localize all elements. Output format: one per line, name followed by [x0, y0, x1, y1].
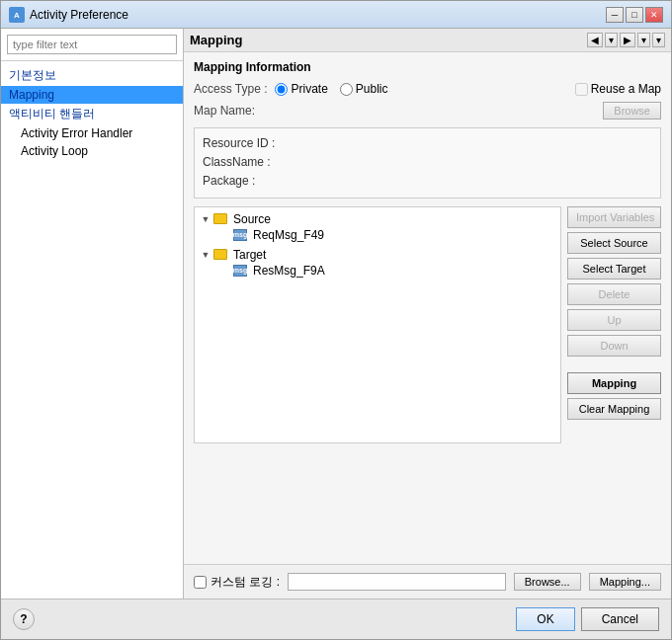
filter-input[interactable] [7, 35, 177, 54]
target-label: Target [233, 248, 266, 262]
window-icon: A [9, 7, 25, 23]
main-window: A Activity Preference ─ □ ✕ 기본정보 Mapping… [0, 0, 672, 640]
custom-log-checkbox[interactable] [194, 576, 207, 589]
source-node[interactable]: ▼ Source [199, 211, 556, 227]
select-source-button[interactable]: Select Source [567, 232, 661, 254]
source-children: msg ReqMsg_F49 [199, 227, 556, 243]
content-area: 기본정보 Mapping 액티비티 핸들러 Activity Error Han… [1, 29, 671, 599]
title-bar-left: A Activity Preference [9, 7, 128, 23]
res-msg-icon: msg [233, 265, 247, 277]
select-target-button[interactable]: Select Target [567, 258, 661, 280]
ok-button[interactable]: OK [516, 607, 574, 631]
public-label: Public [356, 82, 388, 96]
mapping-area: ▼ Source msg ReqMsg_F49 [194, 206, 661, 443]
forward-dropdown-button[interactable]: ▾ [637, 33, 650, 47]
up-button[interactable]: Up [567, 309, 661, 331]
custom-log-option[interactable]: 커스텀 로깅 : [194, 574, 280, 591]
panel-title: Mapping [190, 33, 242, 47]
mapping-buttons-panel: Import Variables Select Source Select Ta… [567, 206, 661, 443]
back-button[interactable]: ◀ [587, 33, 603, 47]
req-msg-node[interactable]: msg ReqMsg_F49 [218, 227, 556, 243]
classname-line: ClassName : [203, 153, 652, 172]
filter-box [1, 29, 183, 61]
clear-mapping-button[interactable]: Clear Mapping [567, 398, 661, 420]
toolbar-actions: ◀ ▾ ▶ ▾ ▾ [587, 33, 665, 47]
map-name-label: Map Name: [194, 104, 255, 118]
import-variables-button[interactable]: Import Variables [567, 206, 661, 228]
cancel-button[interactable]: Cancel [581, 607, 659, 631]
main-panel: Mapping ◀ ▾ ▶ ▾ ▾ Mapping Information Ac… [184, 29, 671, 599]
sidebar-tree: 기본정보 Mapping 액티비티 핸들러 Activity Error Han… [1, 61, 183, 599]
reuse-map-checkbox[interactable] [575, 83, 588, 96]
menu-button[interactable]: ▾ [652, 33, 665, 47]
res-msg-label: ResMsg_F9A [253, 264, 325, 278]
custom-log-browse-button[interactable]: Browse... [514, 573, 581, 591]
bottom-bar: 커스텀 로깅 : Browse... Mapping... [184, 564, 671, 599]
target-folder-icon [213, 249, 227, 260]
maximize-button[interactable]: □ [626, 7, 643, 23]
sidebar: 기본정보 Mapping 액티비티 핸들러 Activity Error Han… [1, 29, 184, 599]
source-label: Source [233, 212, 271, 226]
panel-content: Mapping Information Access Type : Privat… [184, 52, 671, 564]
reuse-map-label: Reuse a Map [591, 82, 661, 96]
title-buttons: ─ □ ✕ [606, 7, 663, 23]
help-button[interactable]: ? [13, 608, 35, 630]
svg-text:A: A [14, 11, 20, 20]
access-type-label: Access Type : [194, 82, 267, 96]
minimize-button[interactable]: ─ [606, 7, 624, 23]
public-radio[interactable] [340, 83, 353, 96]
resource-id-line: Resource ID : [203, 134, 652, 153]
mapping-button[interactable]: Mapping [567, 372, 661, 394]
title-bar: A Activity Preference ─ □ ✕ [1, 1, 671, 29]
package-line: Package : [203, 172, 652, 191]
source-toggle-icon: ▼ [201, 214, 210, 224]
custom-log-label: 커스텀 로깅 : [210, 574, 280, 591]
main-toolbar: Mapping ◀ ▾ ▶ ▾ ▾ [184, 29, 671, 52]
close-button[interactable]: ✕ [645, 7, 663, 23]
sidebar-item-activity-handler[interactable]: 액티비티 핸들러 [1, 104, 183, 124]
info-box: Resource ID : ClassName : Package : [194, 127, 661, 199]
source-folder-icon [213, 213, 227, 224]
custom-log-input[interactable] [288, 573, 506, 591]
section-label: Mapping Information [194, 60, 661, 74]
access-type-row: Access Type : Private Public [194, 82, 661, 96]
req-msg-spacer [220, 230, 230, 240]
forward-button[interactable]: ▶ [620, 33, 635, 47]
res-msg-node[interactable]: msg ResMsg_F9A [218, 263, 556, 279]
footer: ? OK Cancel [1, 599, 671, 639]
req-msg-icon: msg [233, 229, 247, 241]
target-toggle-icon: ▼ [201, 250, 210, 260]
sidebar-item-mapping[interactable]: Mapping [1, 86, 183, 104]
res-msg-spacer [220, 266, 230, 276]
back-dropdown-button[interactable]: ▾ [605, 33, 618, 47]
window-title: Activity Preference [30, 8, 128, 22]
map-name-row: Map Name: Browse [194, 102, 661, 120]
delete-button[interactable]: Delete [567, 283, 661, 305]
target-node[interactable]: ▼ Target [199, 247, 556, 263]
footer-right: OK Cancel [516, 607, 659, 631]
map-name-browse-button[interactable]: Browse [603, 102, 661, 120]
target-children: msg ResMsg_F9A [199, 263, 556, 279]
access-type-radio-group: Private Public [275, 82, 387, 96]
sidebar-item-activity-loop[interactable]: Activity Loop [1, 142, 183, 160]
public-radio-option[interactable]: Public [340, 82, 388, 96]
sidebar-item-basic-info[interactable]: 기본정보 [1, 65, 183, 86]
private-radio[interactable] [275, 83, 288, 96]
custom-log-mapping-button[interactable]: Mapping... [589, 573, 661, 591]
sidebar-item-activity-error-handler[interactable]: Activity Error Handler [1, 124, 183, 142]
down-button[interactable]: Down [567, 335, 661, 357]
req-msg-label: ReqMsg_F49 [253, 228, 324, 242]
private-label: Private [291, 82, 327, 96]
button-separator [567, 360, 661, 368]
mapping-tree-panel[interactable]: ▼ Source msg ReqMsg_F49 [194, 206, 561, 443]
private-radio-option[interactable]: Private [275, 82, 327, 96]
reuse-map-option[interactable]: Reuse a Map [575, 82, 661, 96]
